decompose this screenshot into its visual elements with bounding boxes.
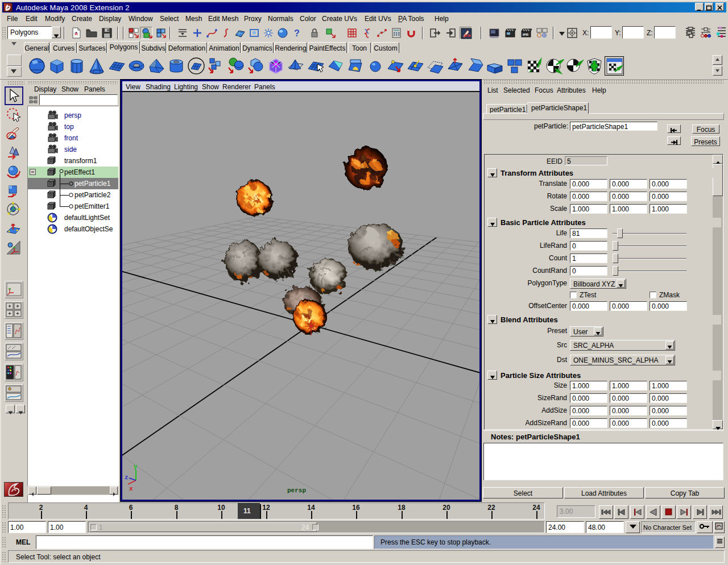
svg-text:?: ? bbox=[294, 28, 300, 38]
svg-text:x: x bbox=[129, 485, 133, 492]
svg-text:z: z bbox=[125, 474, 129, 481]
svg-text:persp: persp bbox=[287, 487, 306, 494]
svg-text:y: y bbox=[134, 463, 138, 470]
svg-text:IPR: IPR bbox=[523, 33, 529, 36]
